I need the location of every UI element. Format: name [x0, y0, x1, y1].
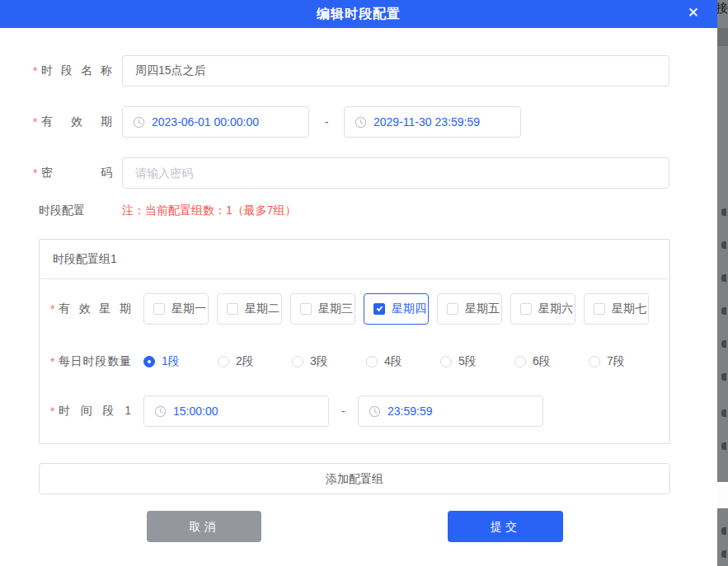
required-asterisk: * — [50, 355, 59, 368]
weekday-checkbox-fri[interactable]: 星期五 — [437, 293, 502, 325]
background-artifact — [721, 208, 726, 216]
required-asterisk: * — [33, 64, 41, 77]
section-label: 时段配置 — [39, 203, 85, 218]
validity-end-input[interactable]: 2029-11-30 23:59:59 — [344, 106, 521, 138]
config-group-title: 时段配置组1 — [53, 252, 117, 267]
check-icon — [377, 305, 383, 311]
background-artifact — [721, 550, 726, 558]
clock-icon — [369, 405, 381, 418]
weekdays-row: * 有效星期 星期一 星期二 星期三 星期四 — [50, 293, 657, 325]
clock-icon — [154, 405, 167, 418]
validity-pickers: 2023-06-01 00:00:00 - 2029-11-30 23:59:5… — [122, 106, 521, 138]
radio-icon — [514, 356, 526, 367]
time-segment-label: * 时间段1 — [50, 404, 143, 419]
radio-icon — [292, 356, 303, 367]
background-artifact — [717, 482, 728, 508]
radio-count-4[interactable]: 4段 — [366, 354, 407, 369]
dialog-title: 编辑时段配置 — [0, 0, 717, 27]
background-artifact — [721, 442, 726, 450]
weekday-checkbox-mon[interactable]: 星期一 — [143, 293, 209, 325]
time-segment-row: * 时间段1 15:00:00 - — [50, 395, 543, 427]
dimmed-background-strip: 接 — [717, 0, 728, 566]
background-artifact — [721, 340, 726, 348]
section-row: 时段配置 注：当前配置组数：1（最多7组） — [0, 203, 717, 218]
dialog-header: 编辑时段配置 ✕ — [0, 0, 717, 28]
validity-start-input[interactable]: 2023-06-01 00:00:00 — [122, 106, 309, 138]
required-asterisk: * — [33, 166, 41, 180]
section-note: 注：当前配置组数：1（最多7组） — [122, 203, 297, 218]
password-row: * 密码 — [0, 157, 717, 189]
password-input[interactable] — [122, 157, 669, 189]
background-artifact — [721, 373, 726, 381]
validity-label: * 有效期 — [33, 106, 112, 138]
add-group-button[interactable]: 添加配置组 — [39, 463, 670, 494]
checkbox-icon — [594, 303, 605, 315]
segment-end-input[interactable]: 23:59:59 — [358, 395, 543, 427]
background-artifact — [721, 307, 726, 315]
period-name-input[interactable] — [122, 55, 669, 87]
checkbox-icon — [447, 303, 458, 315]
required-asterisk: * — [50, 302, 59, 316]
cancel-button[interactable]: 取消 — [147, 511, 261, 542]
validity-start-value: 2023-06-01 00:00:00 — [152, 115, 259, 129]
checkbox-icon — [300, 303, 312, 315]
required-asterisk: * — [50, 405, 59, 418]
weekday-checkbox-wed[interactable]: 星期三 — [290, 293, 355, 325]
radio-count-5[interactable]: 5段 — [440, 354, 481, 369]
password-label: * 密码 — [33, 157, 112, 189]
screen: 编辑时段配置 ✕ * 时段名称 * 有效期 — [0, 0, 728, 566]
daily-count-row: * 每日时段数量 1段 2段 3段 4段 — [50, 347, 663, 377]
period-name-label: * 时段名称 — [33, 55, 112, 87]
radio-icon — [440, 356, 452, 367]
period-name-row: * 时段名称 — [0, 55, 717, 87]
radio-count-3[interactable]: 3段 — [292, 354, 333, 369]
radio-icon — [366, 356, 378, 367]
radio-count-1[interactable]: 1段 — [143, 354, 185, 369]
background-artifact — [721, 527, 726, 535]
close-icon[interactable]: ✕ — [688, 0, 699, 28]
config-group-box: 时段配置组1 * 有效星期 星期一 星期二 星期三 — [39, 239, 670, 444]
radio-count-6[interactable]: 6段 — [514, 354, 556, 369]
weekday-checkbox-sun[interactable]: 星期七 — [584, 293, 649, 325]
required-asterisk: * — [33, 115, 41, 129]
range-separator: - — [309, 115, 344, 129]
validity-end-value: 2029-11-30 23:59:59 — [373, 115, 480, 129]
edit-period-dialog: 编辑时段配置 ✕ * 时段名称 * 有效期 — [0, 0, 717, 566]
radio-selected-icon — [143, 356, 155, 367]
checkbox-icon — [520, 303, 532, 315]
weekday-checkbox-thu[interactable]: 星期四 — [364, 293, 429, 325]
daily-count-label: * 每日时段数量 — [50, 354, 143, 369]
clipped-background-text: 接 — [717, 1, 728, 16]
radio-icon — [218, 356, 229, 367]
radio-count-7[interactable]: 7段 — [589, 354, 630, 369]
validity-row: * 有效期 2023-06-01 00:00:00 - — [0, 106, 717, 138]
radio-count-2[interactable]: 2段 — [218, 354, 259, 369]
background-artifact — [721, 409, 726, 417]
weekday-checkbox-tue[interactable]: 星期二 — [217, 293, 282, 325]
background-artifact — [717, 28, 728, 46]
submit-button[interactable]: 提交 — [448, 511, 563, 542]
checkbox-checked-icon — [373, 303, 385, 315]
clock-icon — [355, 116, 367, 129]
radio-icon — [589, 356, 600, 367]
clock-icon — [133, 116, 145, 129]
checkbox-icon — [227, 303, 238, 315]
background-artifact — [721, 274, 726, 282]
checkbox-icon — [153, 303, 165, 315]
weekday-checkbox-sat[interactable]: 星期六 — [510, 293, 575, 325]
time-segment-pickers: 15:00:00 - 23:59:59 — [143, 395, 543, 427]
config-group-header: 时段配置组1 — [40, 240, 669, 279]
range-separator: - — [329, 405, 358, 418]
segment-end-value: 23:59:59 — [387, 405, 433, 418]
segment-start-input[interactable]: 15:00:00 — [143, 395, 329, 427]
segment-start-value: 15:00:00 — [173, 405, 218, 418]
weekdays-label: * 有效星期 — [50, 302, 143, 316]
background-artifact — [721, 241, 726, 249]
